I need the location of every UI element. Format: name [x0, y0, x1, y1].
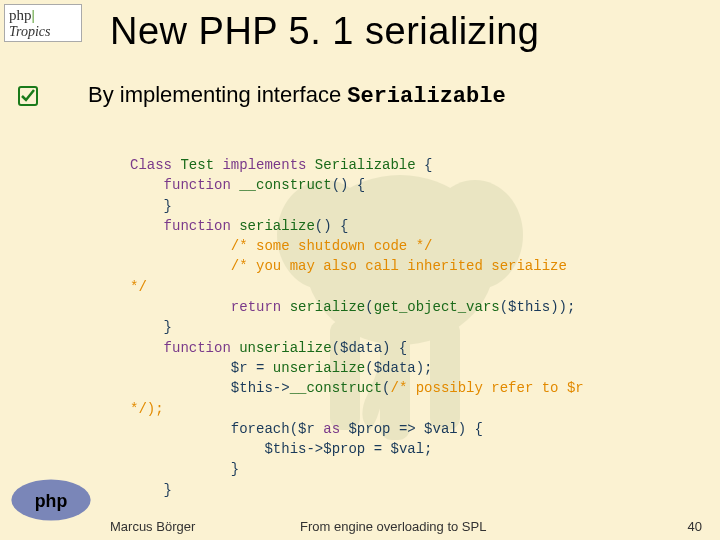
bullet-row: By implementing interface Serializable [18, 82, 506, 109]
logo-text: php [9, 7, 32, 23]
code-block: Class Test implements Serializable { fun… [130, 155, 584, 500]
footer-author: Marcus Börger [110, 519, 195, 534]
php-tropics-logo: php| Tropics [4, 4, 82, 42]
svg-text:php: php [35, 491, 68, 511]
bullet-prefix: By implementing interface [88, 82, 347, 107]
footer-title: From engine overloading to SPL [300, 519, 486, 534]
bullet-text: By implementing interface Serializable [88, 82, 506, 109]
logo-bar: | [32, 7, 35, 23]
logo-subtext: Tropics [9, 24, 77, 39]
footer-page-number: 40 [688, 519, 702, 534]
bullet-interface: Serializable [347, 84, 505, 109]
php-logo: php [10, 478, 92, 522]
check-icon [18, 86, 38, 106]
slide-title: New PHP 5. 1 serializing [110, 10, 539, 53]
